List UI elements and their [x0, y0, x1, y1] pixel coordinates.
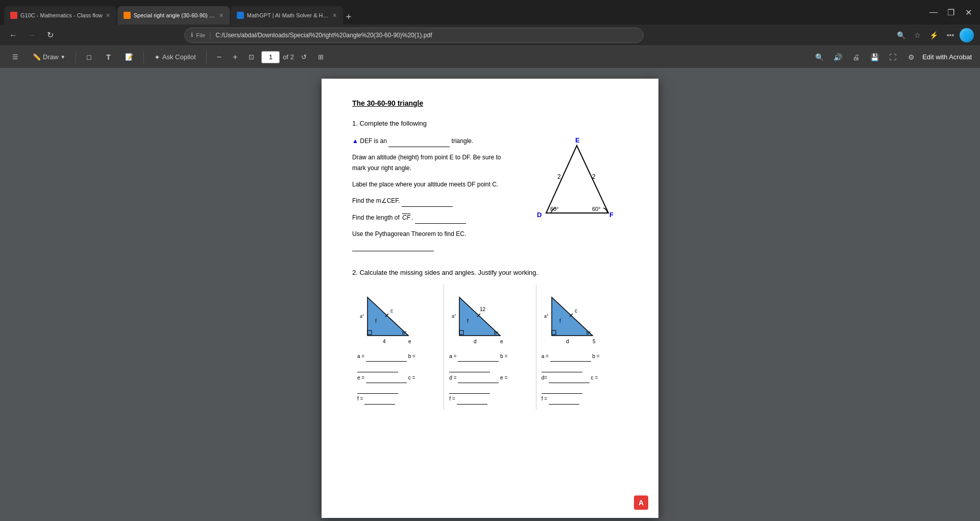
- zoom-button[interactable]: 🔍: [894, 28, 909, 42]
- svg-text:c: c: [575, 308, 577, 314]
- c1-blank: [357, 383, 398, 394]
- pythagorean-label: Use the Pythagorean Theorem to find EC.: [352, 230, 466, 238]
- forward-button[interactable]: →: [24, 28, 39, 42]
- highlight-button[interactable]: 📝: [121, 51, 137, 63]
- triangle-problem-2: 12 a° d e f b° a = b = d = e = f =: [444, 285, 536, 410]
- close-button[interactable]: ✕: [961, 5, 976, 20]
- refresh-button[interactable]: ↻: [43, 28, 57, 42]
- label-instruction: Label the place where your altitude meet…: [352, 179, 516, 191]
- expand-button[interactable]: ⛶: [886, 50, 900, 64]
- read-aloud-button[interactable]: 🔊: [830, 50, 845, 64]
- url-prefix: File: [196, 32, 205, 38]
- triangle-mini-svg-1: c a° 4 e f b°: [357, 290, 429, 346]
- section2: 2. Calculate the missing sides and angle…: [352, 269, 628, 410]
- fit-page-button[interactable]: ⊡: [244, 51, 258, 63]
- problem-area: ▲ DEF is an triangle. Draw an altitude (…: [352, 135, 628, 256]
- vertex-F: F: [609, 211, 614, 219]
- triangle-symbol: ▲: [352, 137, 358, 145]
- find-length-label: Find the length of: [352, 214, 400, 221]
- minimize-button[interactable]: —: [926, 5, 941, 20]
- page-number-input[interactable]: 1: [261, 51, 280, 63]
- pdf-content-area[interactable]: The 30-60-90 triangle 1. Complete the fo…: [0, 68, 980, 521]
- extensions-button[interactable]: ⚡: [927, 28, 941, 42]
- answer-fields-1: a = b = e = c = f =: [357, 351, 438, 405]
- tab-close-g10c[interactable]: ✕: [106, 12, 110, 19]
- page-total: of 2: [283, 53, 294, 61]
- rotate-button[interactable]: ↺: [297, 51, 311, 63]
- svg-text:a°: a°: [452, 314, 456, 319]
- question2: 2. Calculate the missing sides and angle…: [352, 269, 628, 276]
- maximize-button[interactable]: ❐: [943, 5, 959, 20]
- svg-text:12: 12: [480, 306, 486, 312]
- search-pdf-button[interactable]: 🔍: [812, 50, 826, 64]
- a2-blank: [458, 351, 499, 362]
- tab-label-mathgpt: MathGPT | AI Math Solver & Hom...: [247, 12, 329, 18]
- e2-blank: [449, 383, 490, 394]
- more-button[interactable]: •••: [943, 28, 958, 42]
- address-actions: 🔍 ☆ ⚡ ••• 🌐: [894, 28, 974, 42]
- triangle-mini-svg-2: 12 a° d e f b°: [449, 290, 521, 346]
- print-button[interactable]: 🖨: [849, 50, 863, 64]
- draw-tool-button[interactable]: ✏️ Draw ▼: [29, 51, 69, 63]
- save-button[interactable]: 💾: [867, 50, 881, 64]
- label-text: Label the place where your altitude meet…: [352, 181, 498, 188]
- pen-icon: ✏️: [33, 53, 41, 61]
- bookmark-button[interactable]: ☆: [911, 28, 925, 42]
- back-button[interactable]: ←: [6, 28, 20, 42]
- problem-intro: DEF is an: [360, 137, 387, 145]
- tab-g10c[interactable]: G10C - Mathematics - Class flow ✕: [4, 6, 116, 25]
- problem-text: ▲ DEF is an triangle. Draw an altitude (…: [352, 135, 516, 256]
- sidebar-toggle-button[interactable]: ☰: [8, 51, 22, 63]
- window-controls: — ❐ ✕: [926, 5, 976, 20]
- svg-text:b°: b°: [494, 330, 499, 336]
- copilot-icon: ✦: [154, 53, 160, 61]
- page-controls: − + ⊡ 1 of 2 ↺ ⊞: [213, 51, 328, 64]
- b3-blank: [542, 362, 582, 372]
- new-tab-button[interactable]: +: [344, 10, 354, 25]
- answer-fields-2: a = b = d = e = f =: [449, 351, 530, 405]
- tab-favicon-mathgpt: [237, 12, 244, 19]
- two-page-button[interactable]: ⊞: [314, 51, 328, 63]
- triangle-problem-1: c a° 4 e f b° a: [352, 285, 444, 410]
- zoom-in-button[interactable]: +: [229, 51, 241, 64]
- q1-text: Complete the following: [359, 120, 427, 127]
- settings-button[interactable]: ⚙: [904, 50, 918, 64]
- url-text: C:/Users/abdal/Downloads/Special%20right…: [215, 32, 637, 39]
- triangle-problem-3: c a° d 5 f b° a = b = d= c = f =: [536, 285, 628, 410]
- svg-marker-0: [546, 146, 608, 213]
- length-blank: [415, 212, 466, 224]
- text-button[interactable]: T: [102, 51, 115, 63]
- acrobat-icon[interactable]: A: [634, 495, 648, 510]
- vertex-D: D: [537, 211, 542, 219]
- tab-close-mathgpt[interactable]: ✕: [332, 12, 337, 19]
- draw-text: Draw an altitude (height) from point E t…: [352, 154, 501, 172]
- copilot-button[interactable]: ✦ Ask Copilot: [150, 51, 200, 63]
- address-bar: ← → ↻ ℹ File | C:/Users/abdal/Downloads/…: [0, 25, 980, 46]
- find-angle-label: Find the m∠CEF.: [352, 197, 400, 204]
- triangle-svg: E D F 2 2 60° 60°: [526, 135, 628, 227]
- find-angle-line: Find the m∠CEF.: [352, 195, 516, 207]
- toolbar-divider-2: [143, 51, 144, 63]
- tab-close-special[interactable]: ✕: [219, 12, 224, 19]
- pythagorean-blank: [352, 240, 434, 251]
- pdf-toolbar: ☰ ✏️ Draw ▼ ◻ T 📝 ✦ Ask Copilot − + ⊡ 1 …: [0, 46, 980, 68]
- zoom-out-button[interactable]: −: [213, 51, 226, 64]
- tab-mathgpt[interactable]: MathGPT | AI Math Solver & Hom... ✕: [231, 6, 343, 25]
- tab-special-right[interactable]: Special right angle (30-60-90) (1) ✕: [117, 6, 230, 25]
- side-right-label: 2: [592, 173, 596, 180]
- svg-marker-19: [552, 297, 593, 336]
- tab-label-g10c: G10C - Mathematics - Class flow: [20, 12, 103, 18]
- svg-text:d: d: [566, 339, 569, 344]
- q1-number: 1.: [352, 120, 358, 127]
- triangle-diagram: E D F 2 2 60° 60°: [526, 135, 628, 256]
- angle-F-label: 60°: [592, 206, 601, 212]
- edit-acrobat-button[interactable]: Edit with Acrobat: [922, 53, 972, 61]
- profile-avatar[interactable]: 🌐: [960, 28, 974, 42]
- svg-text:a°: a°: [544, 314, 549, 319]
- eraser-button[interactable]: ◻: [82, 51, 96, 63]
- triangle-mini-svg-3: c a° d 5 f b°: [542, 290, 613, 346]
- side-left-label: 2: [557, 173, 561, 180]
- draw-instruction: Draw an altitude (height) from point E t…: [352, 152, 516, 174]
- question1: 1. Complete the following: [352, 120, 628, 127]
- url-bar[interactable]: ℹ File | C:/Users/abdal/Downloads/Specia…: [184, 28, 644, 43]
